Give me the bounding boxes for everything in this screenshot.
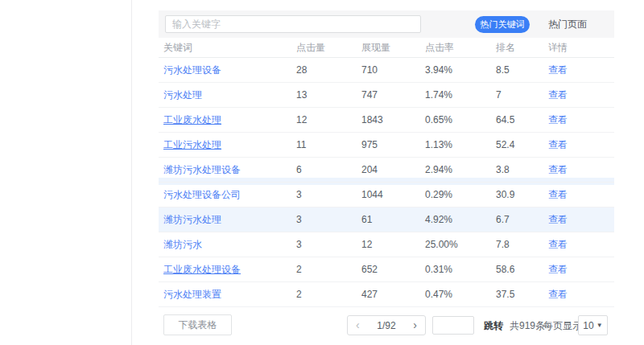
table-row: 工业污水处理 11 975 1.13% 52.4 查看 <box>159 133 614 158</box>
jump-button[interactable]: 跳转 <box>484 319 503 333</box>
rank-value: 58.6 <box>496 264 548 275</box>
ctr-value: 0.65% <box>425 114 496 125</box>
impressions-value: 12 <box>361 239 425 250</box>
clicks-value: 28 <box>296 64 361 76</box>
impressions-value: 61 <box>361 214 425 225</box>
impressions-value: 975 <box>361 139 425 150</box>
ctr-value: 1.74% <box>425 89 496 101</box>
per-page-select[interactable]: 10 ▼ <box>578 315 608 335</box>
keyword-link[interactable]: 污水处理 <box>159 88 296 102</box>
ctr-value: 1.13% <box>425 139 496 150</box>
ctr-value: 0.31% <box>425 264 496 275</box>
ctr-value: 3.94% <box>425 64 496 76</box>
keyword-link[interactable]: 潍坊污水处理 <box>159 213 296 227</box>
clicks-value: 6 <box>296 164 361 175</box>
caret-down-icon: ▼ <box>597 322 603 329</box>
page: 热门关键词 热门页面 关键词 点击量 展现量 点击率 排名 详情 污水处理设备 … <box>0 0 644 345</box>
impressions-value: 427 <box>361 289 425 300</box>
rank-value: 64.5 <box>496 114 548 125</box>
col-header-keyword: 关键词 <box>159 41 296 55</box>
keyword-link[interactable]: 潍坊污水处理设备 <box>159 163 296 177</box>
view-detail-link[interactable]: 查看 <box>548 138 614 152</box>
keyword-link[interactable]: 污水处理装置 <box>159 288 296 302</box>
search-input[interactable] <box>165 15 421 33</box>
clicks-value: 11 <box>296 139 361 150</box>
table-row: 工业废水处理 12 1843 0.65% 64.5 查看 <box>159 108 614 133</box>
keyword-stats-panel: 热门关键词 热门页面 关键词 点击量 展现量 点击率 排名 详情 污水处理设备 … <box>159 0 614 336</box>
impressions-value: 652 <box>361 264 425 275</box>
view-detail-link[interactable]: 查看 <box>548 288 614 302</box>
table-row: 污水处理设备 28 710 3.94% 8.5 查看 <box>159 58 614 83</box>
keyword-link[interactable]: 工业废水处理 <box>159 113 296 127</box>
impressions-value: 1044 <box>361 189 425 200</box>
download-table-button[interactable]: 下载表格 <box>163 314 232 335</box>
clicks-value: 2 <box>296 289 361 300</box>
impressions-value: 1843 <box>361 114 425 125</box>
table-header: 关键词 点击量 展现量 点击率 排名 详情 <box>159 38 614 58</box>
left-panel-divider <box>131 0 132 345</box>
ctr-value: 4.92% <box>425 214 496 225</box>
table-row: 潍坊污水处理设备 6 204 2.94% 3.8 查看 <box>159 158 614 183</box>
rank-value: 8.5 <box>496 64 548 76</box>
rank-value: 30.9 <box>496 189 548 200</box>
col-header-clicks: 点击量 <box>296 41 361 55</box>
next-page-icon[interactable]: › <box>413 316 417 335</box>
rank-value: 7 <box>496 89 548 101</box>
hot-pages-link[interactable]: 热门页面 <box>548 18 587 31</box>
rank-value: 6.7 <box>496 214 548 225</box>
prev-page-icon[interactable]: ‹ <box>356 316 360 335</box>
view-detail-link[interactable]: 查看 <box>548 88 614 102</box>
impressions-value: 710 <box>361 64 425 76</box>
view-detail-link[interactable]: 查看 <box>548 163 614 177</box>
table-body: 污水处理设备 28 710 3.94% 8.5 查看 污水处理 13 747 1… <box>159 58 614 307</box>
clicks-value: 3 <box>296 239 361 250</box>
hot-keywords-button[interactable]: 热门关键词 <box>475 16 530 33</box>
view-detail-link[interactable]: 查看 <box>548 188 614 202</box>
table-row: 潍坊污水处理 3 61 4.92% 6.7 查看 <box>159 207 614 232</box>
table-row: 污水处理设备公司 3 1044 0.29% 30.9 查看 <box>159 183 614 207</box>
impressions-value: 747 <box>361 89 425 101</box>
view-detail-link[interactable]: 查看 <box>548 238 614 252</box>
table-row: 污水处理装置 2 427 0.47% 37.5 查看 <box>159 282 614 307</box>
keyword-link[interactable]: 工业污水处理 <box>159 138 296 152</box>
impressions-value: 204 <box>361 164 425 175</box>
col-header-impressions: 展现量 <box>361 41 425 55</box>
search-toolbar: 热门关键词 热门页面 <box>159 10 614 38</box>
ctr-value: 25.00% <box>425 239 496 250</box>
ctr-value: 0.47% <box>425 289 496 300</box>
total-count: 共919条 <box>510 319 545 333</box>
clicks-value: 3 <box>296 189 361 200</box>
per-page-value: 10 <box>583 320 593 331</box>
col-header-detail: 详情 <box>548 41 614 55</box>
table-row: 潍坊污水 3 12 25.00% 7.8 查看 <box>159 232 614 257</box>
col-header-ctr: 点击率 <box>425 41 496 55</box>
keyword-link[interactable]: 污水处理设备 <box>159 64 296 77</box>
keyword-link[interactable]: 工业废水处理设备 <box>159 263 296 277</box>
ctr-value: 2.94% <box>425 164 496 175</box>
clicks-value: 2 <box>296 264 361 275</box>
rank-value: 37.5 <box>496 289 548 300</box>
view-detail-link[interactable]: 查看 <box>548 64 614 77</box>
clicks-value: 13 <box>296 89 361 101</box>
col-header-rank: 排名 <box>496 41 548 55</box>
pager: ‹ 1/92 › <box>347 315 426 335</box>
view-detail-link[interactable]: 查看 <box>548 263 614 277</box>
pagination-footer: 下载表格 ‹ 1/92 › 跳转 共919条 每页显示: 10 ▼ <box>159 314 614 336</box>
table-row: 工业废水处理设备 2 652 0.31% 58.6 查看 <box>159 257 614 282</box>
view-detail-link[interactable]: 查看 <box>548 213 614 227</box>
clicks-value: 12 <box>296 114 361 125</box>
ctr-value: 0.29% <box>425 189 496 200</box>
rank-value: 52.4 <box>496 139 548 150</box>
jump-page-input[interactable] <box>432 316 474 335</box>
keyword-link[interactable]: 污水处理设备公司 <box>159 188 296 202</box>
clicks-value: 3 <box>296 214 361 225</box>
table-row: 污水处理 13 747 1.74% 7 查看 <box>159 83 614 108</box>
rank-value: 7.8 <box>496 239 548 250</box>
page-indicator: 1/92 <box>377 320 395 331</box>
keyword-link[interactable]: 潍坊污水 <box>159 238 296 252</box>
rank-value: 3.8 <box>496 164 548 175</box>
view-detail-link[interactable]: 查看 <box>548 113 614 127</box>
